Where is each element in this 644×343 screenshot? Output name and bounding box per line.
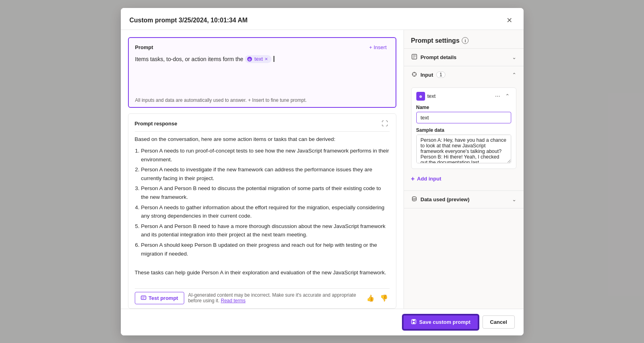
input-card-header: ⊕ text ··· ⌃ xyxy=(416,92,511,101)
field-sample-label: Sample data xyxy=(416,127,511,133)
modal-overlay: Custom prompt 3/25/2024, 10:01:34 AM ✕ P… xyxy=(0,0,644,343)
prompt-text-before: Items tasks, to-dos, or action items for… xyxy=(135,56,244,62)
list-item: Person A should keep Person B updated on… xyxy=(141,241,390,258)
list-item: Person A needs to gather information abo… xyxy=(141,203,390,220)
response-intro: Based on the conversation, here are some… xyxy=(135,135,390,144)
input-more-options-button[interactable]: ··· xyxy=(493,92,502,101)
modal-title: Custom prompt 3/25/2024, 10:01:34 AM xyxy=(130,17,248,24)
prompt-details-label: Prompt details xyxy=(421,54,457,60)
svg-rect-2 xyxy=(141,296,146,299)
input-section-chevron: ⌃ xyxy=(512,72,516,78)
input-name-label: text xyxy=(427,93,436,99)
input-section-label: Input xyxy=(421,72,433,78)
prompt-section-header: Prompt + Insert xyxy=(135,44,389,51)
input-card-left: ⊕ text xyxy=(416,92,436,101)
save-label: Save custom prompt xyxy=(419,319,471,325)
thumbs-down-button[interactable]: 👎 xyxy=(378,293,390,303)
data-used-header[interactable]: Data used (preview) ⌄ xyxy=(404,191,524,208)
input-section-header[interactable]: Input 1 ⌃ xyxy=(404,66,524,83)
modal-body: Prompt + Insert Items tasks, to-dos, or … xyxy=(121,30,524,309)
prompt-hint: All inputs and data are automatically us… xyxy=(135,94,389,103)
cursor xyxy=(274,56,274,62)
input-section: Input 1 ⌃ xyxy=(404,66,524,191)
prompt-details-left: Prompt details xyxy=(411,54,457,61)
left-panel: Prompt + Insert Items tasks, to-dos, or … xyxy=(121,30,404,309)
expand-button[interactable]: ⛶ xyxy=(380,119,390,128)
prompt-text-line: Items tasks, to-dos, or action items for… xyxy=(135,55,389,63)
input-section-body: ⊕ text ··· ⌃ Name xyxy=(404,83,524,190)
response-list: Person A needs to run proof-of-concept t… xyxy=(135,147,390,258)
response-section: Prompt response ⛶ Based on the conversat… xyxy=(128,113,396,309)
response-header: Prompt response ⛶ xyxy=(135,119,390,132)
input-card: ⊕ text ··· ⌃ Name xyxy=(411,87,516,169)
input-section-icon xyxy=(411,71,418,79)
test-prompt-label: Test prompt xyxy=(149,295,178,301)
modal-header: Custom prompt 3/25/2024, 10:01:34 AM ✕ xyxy=(121,8,524,30)
data-used-chevron: ⌄ xyxy=(512,196,516,202)
prompt-section: Prompt + Insert Items tasks, to-dos, or … xyxy=(128,37,396,108)
svg-point-7 xyxy=(412,196,416,198)
field-name-label: Name xyxy=(416,105,511,110)
disclaimer-text: AI-generated content may be incorrect. M… xyxy=(188,292,361,303)
add-input-button[interactable]: + Add input xyxy=(411,173,441,185)
data-used-label: Data used (preview) xyxy=(421,196,470,202)
insert-button[interactable]: + Insert xyxy=(367,44,389,51)
svg-text:⊕: ⊕ xyxy=(248,57,251,61)
add-input-plus-icon: + xyxy=(411,175,415,182)
test-prompt-icon xyxy=(141,295,146,301)
prompt-label: Prompt xyxy=(135,44,154,50)
save-custom-prompt-button[interactable]: Save custom prompt xyxy=(403,315,479,330)
field-name-input[interactable] xyxy=(416,112,511,123)
response-content: Based on the conversation, here are some… xyxy=(135,135,390,284)
svg-rect-10 xyxy=(413,322,415,323)
list-item: Person A needs to investigate if the new… xyxy=(141,165,390,182)
list-item: Person A and Person B need to discuss th… xyxy=(141,184,390,201)
prompt-details-chevron: ⌄ xyxy=(512,54,516,60)
svg-rect-9 xyxy=(413,319,415,321)
test-prompt-button[interactable]: Test prompt xyxy=(135,292,184,304)
chip-close-button[interactable]: × xyxy=(264,56,268,61)
input-card-actions: ··· ⌃ xyxy=(493,92,511,101)
field-sample-textarea[interactable] xyxy=(416,135,511,163)
response-footer: Test prompt AI-generated content may be … xyxy=(135,288,390,304)
data-used-left: Data used (preview) xyxy=(411,196,470,203)
response-conclusion: These tasks can help guide Person A in t… xyxy=(135,268,390,277)
input-section-left: Input 1 xyxy=(411,71,445,79)
save-icon xyxy=(411,319,417,326)
thumbs-up-button[interactable]: 👍 xyxy=(365,293,376,303)
prompt-input-area: Items tasks, to-dos, or action items for… xyxy=(135,55,389,103)
close-button[interactable]: ✕ xyxy=(504,15,515,26)
add-input-label: Add input xyxy=(417,176,441,182)
rp-title-bar: Prompt settings i xyxy=(404,30,524,49)
input-chip: ⊕ text × xyxy=(245,55,272,63)
chip-icon: ⊕ xyxy=(246,56,253,62)
list-item: Person A needs to run proof-of-concept t… xyxy=(141,147,390,164)
prompt-details-section: Prompt details ⌄ xyxy=(404,49,524,66)
data-used-section: Data used (preview) ⌄ xyxy=(404,191,524,208)
response-label: Prompt response xyxy=(135,121,177,127)
modal-footer: Save custom prompt Cancel xyxy=(121,309,524,335)
data-used-icon xyxy=(411,196,418,203)
input-collapse-button[interactable]: ⌃ xyxy=(504,92,511,100)
svg-text:⊕: ⊕ xyxy=(419,95,422,99)
cancel-button[interactable]: Cancel xyxy=(483,315,515,329)
chip-label: text xyxy=(254,56,263,62)
right-panel: Prompt settings i xyxy=(404,30,524,309)
rp-title: Prompt settings xyxy=(411,37,460,44)
input-card-icon: ⊕ xyxy=(416,92,425,101)
info-icon[interactable]: i xyxy=(462,37,469,44)
input-count-badge: 1 xyxy=(436,71,445,78)
prompt-details-icon xyxy=(411,54,418,61)
read-terms-link[interactable]: Read terms xyxy=(221,298,246,303)
modal: Custom prompt 3/25/2024, 10:01:34 AM ✕ P… xyxy=(121,8,524,335)
feedback-buttons: 👍 👎 xyxy=(365,293,390,303)
list-item: Person A and Person B need to have a mor… xyxy=(141,222,390,239)
prompt-details-header[interactable]: Prompt details ⌄ xyxy=(404,49,524,66)
